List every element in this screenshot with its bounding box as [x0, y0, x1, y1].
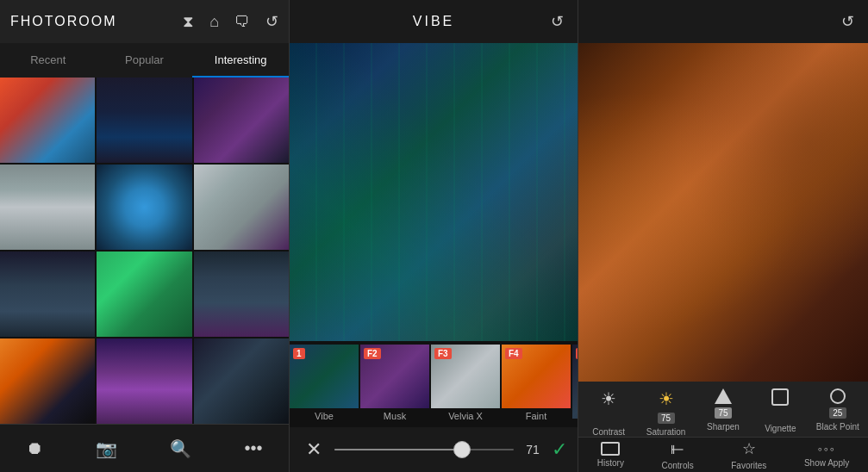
filter-badge: F2: [364, 348, 381, 359]
tab-interesting[interactable]: Interesting: [192, 43, 289, 78]
sharpen-label: Sharpen: [707, 422, 740, 432]
chat-icon[interactable]: 🗨: [234, 13, 250, 31]
slider-saturation[interactable]: ☀ 75 Saturation: [639, 388, 692, 437]
gallery-header: FHOTOROOM ⧗ ⌂ 🗨 ↺: [0, 0, 289, 43]
filter-label: Musk: [384, 408, 406, 424]
history-icon: [601, 442, 620, 456]
saturation-value: 75: [658, 413, 675, 424]
contrast-label: Contrast: [592, 427, 625, 437]
slider-thumb[interactable]: [453, 441, 471, 458]
confirm-button[interactable]: ✓: [552, 438, 567, 461]
filter-strip: 1 Vibe F2 Musk F3 Velvia X F4 Faint F: [290, 341, 578, 427]
adjust-main-image[interactable]: [578, 43, 868, 382]
photo-item[interactable]: [0, 338, 95, 424]
camera-capture-icon[interactable]: ⏺: [26, 438, 43, 458]
adjust-controls: ☀ 0 Contrast ☀ 75 Saturation 75 Sharpen …: [578, 382, 868, 472]
photo-item[interactable]: [97, 252, 191, 337]
filter-velvia[interactable]: F3 Velvia X: [431, 345, 500, 424]
header-icons: ⧗ ⌂ 🗨 ↺: [183, 12, 278, 31]
nav-tabs: Recent Popular Interesting: [0, 43, 289, 78]
saturation-label: Saturation: [646, 427, 686, 437]
tab-popular[interactable]: Popular: [97, 43, 193, 78]
footer-show-apply[interactable]: ◦◦◦ Show Apply: [804, 442, 849, 468]
filter-thumb: F3: [431, 345, 500, 408]
history-label: History: [597, 458, 624, 468]
vibe-header: VIBE ↺: [290, 0, 578, 43]
search-icon[interactable]: 🔍: [170, 438, 191, 459]
slider-track[interactable]: [334, 449, 514, 450]
blackpoint-value: 25: [829, 407, 846, 419]
filter-musk[interactable]: F2 Musk: [360, 345, 429, 424]
filter-extra[interactable]: F: [572, 345, 578, 424]
filter-thumb: F4: [502, 345, 571, 408]
adjust-panel: ↺ ☀ 0 Contrast ☀ 75 Saturation 75 Sharpe…: [578, 0, 868, 472]
vibe-controls: ✕ 71 ✓: [290, 427, 578, 472]
home-icon[interactable]: ⌂: [209, 13, 219, 31]
camera-icon[interactable]: 📷: [96, 438, 117, 459]
app-title: FHOTOROOM: [10, 14, 116, 29]
vibe-main-image[interactable]: [290, 43, 578, 341]
sun-icon: ☀: [601, 388, 616, 409]
filter-badge: 1: [293, 348, 305, 359]
filter-badge: F3: [434, 348, 452, 359]
photo-grid: [0, 78, 289, 424]
photo-item[interactable]: [97, 338, 191, 424]
show-apply-label: Show Apply: [804, 458, 849, 468]
filter-thumb: 1: [290, 345, 359, 408]
footer-controls[interactable]: ⫦ Controls: [661, 440, 693, 470]
controls-label: Controls: [661, 461, 693, 470]
photo-item[interactable]: [0, 78, 95, 163]
adjust-refresh-icon[interactable]: ↺: [841, 12, 854, 31]
gallery-panel: FHOTOROOM ⧗ ⌂ 🗨 ↺ Recent Popular Interes…: [0, 0, 289, 472]
photo-item[interactable]: [0, 165, 95, 250]
favorites-label: Favorites: [731, 461, 766, 470]
photo-item[interactable]: [194, 252, 289, 337]
circle-icon: [830, 388, 846, 404]
photo-item[interactable]: [194, 165, 289, 250]
more-icon[interactable]: •••: [244, 438, 262, 458]
filter-thumb: F2: [360, 345, 429, 408]
star-icon: ☆: [742, 439, 756, 458]
filter-label: Velvia X: [448, 408, 483, 424]
sun-bright-icon: ☀: [659, 388, 674, 409]
blackpoint-label: Black Point: [816, 422, 859, 432]
footer-favorites[interactable]: ☆ Favorites: [731, 439, 766, 470]
slider-blackpoint[interactable]: 25 Black Point: [811, 388, 865, 437]
sharpen-value: 75: [715, 407, 732, 419]
filter-thumb: F: [572, 345, 578, 419]
adjust-footer: History ⫦ Controls ☆ Favorites ◦◦◦ Show …: [578, 437, 868, 472]
triangle-icon: [715, 388, 732, 404]
slider-fill: [334, 449, 462, 450]
refresh-icon[interactable]: ↺: [265, 12, 278, 31]
slider-value: 71: [521, 443, 545, 456]
footer-history[interactable]: History: [597, 442, 624, 468]
cancel-button[interactable]: ✕: [300, 438, 328, 461]
slider-vignette[interactable]: 0 Vignette: [753, 388, 807, 437]
tab-recent[interactable]: Recent: [0, 43, 97, 78]
filter-badge: F4: [505, 348, 522, 359]
more-dots-icon: ◦◦◦: [818, 442, 836, 456]
gallery-footer: ⏺ 📷 🔍 •••: [0, 424, 289, 472]
filter-badge: F: [576, 348, 578, 359]
photo-item[interactable]: [97, 165, 191, 250]
vibe-title: VIBE: [413, 14, 454, 29]
vignette-label: Vignette: [765, 424, 796, 433]
photo-item[interactable]: [97, 78, 191, 163]
photo-item[interactable]: [194, 338, 289, 424]
vibe-panel: VIBE ↺ 1 Vibe F2 Musk F3 Velvia X F4 F: [289, 0, 578, 472]
photo-item[interactable]: [194, 78, 289, 163]
adjust-header: ↺: [578, 0, 868, 43]
vignette-icon: [771, 388, 789, 406]
controls-icon: ⫦: [670, 440, 685, 458]
filter-label: Faint: [526, 408, 546, 424]
adjust-sliders: ☀ 0 Contrast ☀ 75 Saturation 75 Sharpen …: [578, 382, 868, 437]
filter-label: Vibe: [315, 408, 334, 424]
filter-vibe[interactable]: 1 Vibe: [290, 345, 359, 424]
vibe-refresh-icon[interactable]: ↺: [551, 12, 564, 31]
slider-contrast[interactable]: ☀ 0 Contrast: [582, 388, 635, 437]
photo-item[interactable]: [0, 252, 95, 337]
filter-faint[interactable]: F4 Faint: [502, 345, 571, 424]
history-icon[interactable]: ⧗: [183, 13, 194, 31]
slider-sharpen[interactable]: 75 Sharpen: [696, 388, 750, 437]
